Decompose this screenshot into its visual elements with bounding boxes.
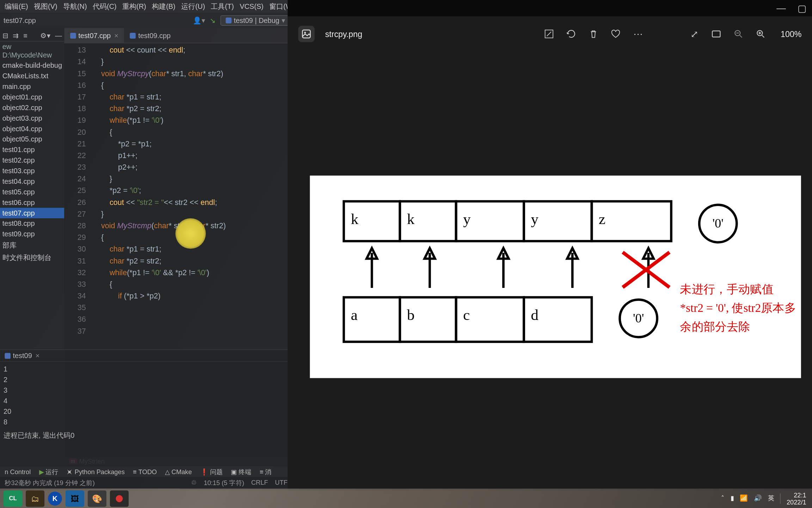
close-tab-icon[interactable]: × — [114, 31, 118, 40]
output-line: 2 — [4, 375, 284, 385]
tree-hide-icon[interactable]: — — [55, 32, 62, 40]
output-line: 3 — [4, 385, 284, 396]
output-line: 8 — [4, 417, 284, 427]
tray-wifi-icon[interactable]: 📶 — [740, 495, 748, 502]
caret-position[interactable]: 10:15 (5 字符) — [204, 478, 244, 487]
viewer-filename: strcpy.png — [325, 29, 362, 39]
viewer-minimize[interactable]: — — [776, 3, 786, 13]
tray-chevron-icon[interactable]: ˄ — [721, 495, 725, 502]
taskbar-app-recorder[interactable] — [110, 490, 129, 506]
viewer-canvas[interactable]: k k y y z '0' a b c — [288, 52, 812, 489]
null-term-top: '0' — [698, 204, 738, 243]
cell-r1-4: z — [591, 200, 672, 242]
delete-icon[interactable] — [588, 28, 599, 40]
viewer-maximize[interactable]: ▢ — [798, 2, 806, 14]
tree-item[interactable]: cmake-build-debug — [0, 60, 64, 71]
output-line: 1 — [4, 364, 284, 375]
run-tab[interactable]: test09× — [0, 350, 288, 362]
tray-date[interactable]: 2022/1 — [787, 498, 806, 506]
build-last-msg: 秒32毫秒 内完成 (19 分钟 之前) — [5, 478, 95, 487]
menu-tools[interactable]: 工具(T) — [210, 1, 235, 11]
fullscreen-icon[interactable]: ⤢ — [688, 28, 700, 40]
tw-python-packages[interactable]: ⯍Python Packages — [67, 468, 125, 475]
favorite-icon[interactable] — [610, 28, 622, 40]
cpp-file-icon — [70, 32, 76, 38]
tray-time[interactable]: 22:1 — [794, 491, 806, 498]
tw-terminal[interactable]: ▣终端 — [231, 467, 251, 476]
run-config-selector[interactable]: test09 | Debug ▾ — [220, 15, 290, 26]
hammer-build-icon[interactable]: ↘ — [210, 16, 216, 24]
tree-item[interactable]: test06.cpp — [0, 197, 64, 208]
output-line: 4 — [4, 395, 284, 406]
exit-message: 进程已结束, 退出代码0 — [4, 431, 284, 441]
tree-collapse-icon[interactable]: ⊟ — [2, 32, 8, 40]
svg-rect-3 — [712, 31, 720, 37]
menu-edit[interactable]: 编辑(E) — [4, 1, 29, 11]
fit-icon[interactable] — [710, 28, 722, 40]
menu-run[interactable]: 运行(U) — [180, 1, 206, 11]
menu-build[interactable]: 构建(B) — [151, 1, 177, 11]
tree-item[interactable]: test07.cpp — [0, 208, 64, 218]
tw-cmake[interactable]: △CMake — [165, 468, 192, 476]
menu-refactor[interactable]: 重构(R) — [121, 1, 147, 11]
tree-settings-icon[interactable]: ⚙▾ — [40, 32, 50, 40]
taskbar-app-explorer[interactable]: 🗂 — [26, 490, 44, 506]
tree-item[interactable]: test05.cpp — [0, 187, 64, 197]
tree-toolbar: ⊟ ⇉ ≡ ⚙▾ — — [0, 30, 64, 42]
tree-item[interactable]: CMakeLists.txt — [0, 71, 64, 81]
tw-run[interactable]: ▶运行 — [39, 467, 59, 476]
tree-item[interactable]: object02.cpp — [0, 102, 64, 113]
tree-item[interactable]: test09.cpp — [0, 229, 64, 240]
tray-volume-icon[interactable]: 🔊 — [754, 495, 762, 502]
image-content: k k y y z '0' a b c — [310, 176, 801, 378]
tree-item[interactable]: test08.cpp — [0, 218, 64, 229]
line-separator[interactable]: CRLF — [251, 478, 268, 487]
viewer-toolbar: strcpy.png ⋯ ⤢ 100% — [288, 16, 812, 52]
tree-item[interactable]: object04.cpp — [0, 123, 64, 134]
more-icon[interactable]: ⋯ — [632, 28, 644, 40]
tw-todo[interactable]: ≡TODO — [133, 468, 157, 475]
tree-item[interactable]: 部库 — [0, 240, 64, 252]
tw-messages[interactable]: ≡消 — [260, 467, 272, 476]
tree-select-icon[interactable]: ≡ — [23, 32, 27, 40]
taskbar-app-paint[interactable]: 🎨 — [88, 490, 106, 506]
editor-tab-test09[interactable]: test09.cpp — [124, 28, 176, 43]
tw-version-control[interactable]: n Control — [5, 468, 31, 475]
gc-icon[interactable]: ♲ — [191, 478, 197, 487]
tree-item[interactable]: test02.cpp — [0, 155, 64, 166]
tree-expand-icon[interactable]: ⇉ — [13, 32, 19, 40]
taskbar-app-clion[interactable]: CL — [4, 490, 22, 506]
cell-r2-2: c — [455, 296, 525, 343]
zoom-level[interactable]: 100% — [781, 29, 801, 39]
tree-item[interactable]: test04.cpp — [0, 176, 64, 187]
menu-code[interactable]: 代码(C) — [92, 1, 118, 11]
edit-icon[interactable] — [543, 28, 555, 40]
rotate-icon[interactable] — [566, 28, 577, 40]
tree-item[interactable]: object01.cpp — [0, 92, 64, 102]
tree-item[interactable]: 时文件和控制台 — [0, 252, 64, 264]
red-cross-icon — [620, 249, 672, 290]
zoom-out-icon[interactable] — [733, 28, 744, 40]
menu-vcs[interactable]: VCS(S) — [239, 2, 265, 11]
menu-navigate[interactable]: 导航(N) — [62, 1, 88, 11]
taskbar-app-k[interactable]: K — [48, 491, 62, 506]
gallery-icon[interactable] — [298, 26, 314, 42]
people-icon[interactable]: 👤▾ — [193, 16, 205, 24]
editor-tab-test07[interactable]: test07.cpp × — [64, 28, 124, 43]
tray-battery-icon[interactable]: ▮ — [731, 495, 734, 502]
open-file-path: test07.cpp — [4, 16, 36, 24]
tree-item[interactable]: test03.cpp — [0, 165, 64, 176]
tree-item[interactable]: object03.cpp — [0, 113, 64, 123]
tray-ime[interactable]: 英 — [768, 494, 774, 503]
tree-root[interactable]: ew D:\Mycode\New — [0, 42, 64, 60]
run-tool-window: test09× 1234208 进程已结束, 退出代码0 — [0, 349, 288, 466]
tw-problems[interactable]: ❗问题 — [200, 467, 223, 476]
zoom-in-icon[interactable] — [755, 28, 767, 40]
menu-view[interactable]: 视图(V) — [33, 1, 59, 11]
tree-item[interactable]: test01.cpp — [0, 145, 64, 155]
tree-item[interactable]: main.cpp — [0, 81, 64, 92]
cell-r2-1: b — [399, 296, 457, 343]
taskbar-app-photos[interactable]: 🖼 — [66, 490, 84, 506]
tree-item[interactable]: object05.cpp — [0, 134, 64, 145]
output-line: 20 — [4, 406, 284, 417]
